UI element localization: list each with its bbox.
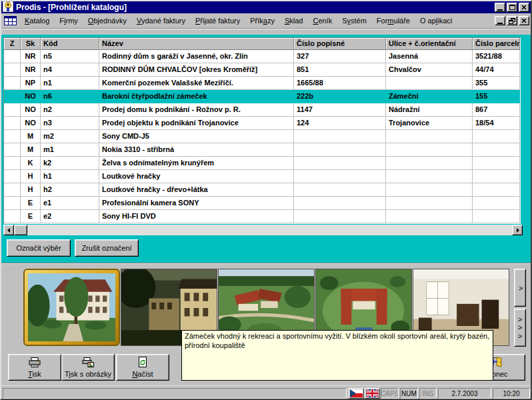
arrow-left-icon (7, 228, 11, 233)
table-row[interactable]: Hh2Loutkové hračky - dřevo+látka (4, 183, 520, 197)
table-cell (294, 170, 386, 183)
menu-item-sklad[interactable]: Sklad (281, 15, 307, 26)
table-cell (386, 77, 473, 90)
table-cell (294, 183, 386, 197)
menu-item-o-aplikaci[interactable]: O aplikaci (416, 15, 456, 26)
jump-images-button[interactable]: > > > (514, 309, 526, 347)
mark-selection-button[interactable]: Označit výběr (7, 239, 71, 257)
menu-item-system[interactable]: Systém (338, 15, 371, 26)
column-header[interactable]: Název (99, 38, 294, 50)
table-cell: NO (21, 103, 41, 117)
clear-selection-button[interactable]: Zrušit označení (75, 239, 139, 257)
table-row[interactable]: Mm2Sony CMD-J5 (4, 130, 520, 143)
print-with-images-button[interactable]: Tisk s obrázky (61, 354, 115, 381)
table-row[interactable]: Ee1Profesionální kamera SONY (4, 197, 520, 210)
column-header[interactable]: Číslo parcelní (473, 38, 520, 50)
menu-item-formulare[interactable]: Formuláře (373, 15, 414, 26)
next-image-button[interactable]: > (514, 269, 526, 307)
czech-flag-icon[interactable] (349, 388, 364, 399)
table-row[interactable]: NPn1Komerční pozemek Valašské Meziříčí.1… (4, 77, 520, 90)
horizontal-scrollbar[interactable] (3, 225, 523, 235)
table-row[interactable]: Ee2Sony HI-FI DVD (4, 210, 520, 223)
chateau-front-photo-art (28, 273, 115, 341)
scroll-right-button[interactable] (512, 225, 523, 235)
minimize-button[interactable] (495, 3, 505, 12)
mdi-restore-button[interactable] (507, 16, 517, 25)
column-header[interactable]: Sk (21, 38, 41, 50)
table-cell: h1 (41, 170, 99, 183)
table-cell (4, 103, 21, 117)
scrollbar-track[interactable] (27, 225, 512, 235)
table-cell: H (21, 170, 41, 183)
load-button[interactable]: Načíst (116, 354, 169, 381)
table-cell (4, 183, 21, 197)
table-cell: 124 (294, 117, 386, 130)
print-with-images-label: Tisk s obrázky (65, 370, 111, 378)
table-cell (294, 197, 386, 210)
menu-item-katalog[interactable]: Katalog (21, 15, 53, 26)
app-icon (3, 1, 13, 13)
scrollbar-thumb[interactable] (14, 225, 27, 235)
table-cell: Nádražní (386, 103, 473, 117)
table-cell: 851 (294, 63, 386, 77)
gallery-panel: > > > > Tisk (1, 263, 531, 385)
menu-item-vydane-faktury[interactable]: Vydané faktury (133, 15, 189, 26)
menu-item-prikazy[interactable]: Příkazy (246, 15, 279, 26)
table-row[interactable]: NOn3Prodej objektu k podnikání Trojanovi… (4, 117, 520, 130)
table-row[interactable]: NOn2Prodej domu k podnikání - Rožnov p. … (4, 103, 520, 117)
table-cell (4, 117, 21, 130)
close-icon (521, 5, 527, 10)
table-cell (4, 63, 21, 77)
scroll-left-button[interactable] (3, 225, 14, 235)
column-header[interactable]: Číslo popisné (294, 38, 386, 50)
table-cell: 355 (473, 77, 520, 90)
window-title: Prodis - [Prohlížení katalogu] (16, 3, 127, 12)
print-button[interactable]: Tisk (8, 354, 61, 381)
status-date: 2.7.2003 (438, 388, 491, 399)
load-label: Načíst (132, 370, 153, 378)
table-cell: RODINNÝ DŮM CHVALČOV [okres Kroměříž] (99, 63, 294, 77)
table-cell (473, 157, 520, 170)
table-cell: Komerční pozemek Valašské Meziříčí. (99, 77, 294, 90)
mdi-close-button[interactable] (519, 16, 529, 25)
table-row[interactable]: Hh1Loutkové hračky (4, 170, 520, 183)
table-cell: k2 (41, 157, 99, 170)
table-row[interactable]: NRn5Rodinný dům s garáží v Jasenné, okr.… (4, 50, 520, 63)
mdi-restore-icon (509, 18, 515, 24)
table-cell: n4 (41, 63, 99, 77)
table-row[interactable]: Mm1Nokia 3310 - stříbrná (4, 143, 520, 157)
ins-indicator: INS (419, 388, 437, 399)
menu-item-prijate-faktury[interactable]: Přijaté faktury (191, 15, 244, 26)
catalog-form: ZSkKódNázevČíslo popisnéUlice + č.orient… (1, 35, 531, 263)
table-cell (386, 143, 473, 157)
table-cell (4, 50, 21, 63)
uk-flag-icon[interactable] (365, 388, 380, 399)
table-cell: H (21, 183, 41, 197)
table-row[interactable]: Kk2Želva s odnímatelným krunýřem (4, 157, 520, 170)
chateau-front-photo[interactable] (23, 269, 120, 346)
column-header[interactable]: Kód (41, 38, 99, 50)
menu-item-cenik[interactable]: Ceník (309, 15, 336, 26)
num-indicator: NUM (400, 388, 418, 399)
table-cell (473, 197, 520, 210)
title-bar[interactable]: Prodis - [Prohlížení katalogu] (1, 1, 531, 13)
menu-item-firmy[interactable]: Firmy (55, 15, 82, 26)
catalog-grid-icon[interactable] (4, 16, 17, 25)
maximize-button[interactable] (507, 3, 517, 12)
table-row[interactable]: NOn6Barokní čtyřpodlažní zámeček222bZáme… (4, 90, 520, 103)
table-cell: NR (21, 50, 41, 63)
table-cell: 1665/88 (294, 77, 386, 90)
table-cell: 18/54 (473, 117, 520, 130)
table-cell: Prodej objektu k podnikání Trojanovice (99, 117, 294, 130)
print-label: Tisk (28, 370, 41, 378)
table-cell: n1 (41, 77, 99, 90)
menu-item-objednavky[interactable]: Objednávky (84, 15, 131, 26)
column-header[interactable]: Z (4, 38, 21, 50)
table-cell: m2 (41, 130, 99, 143)
table-row[interactable]: NRn4RODINNÝ DŮM CHVALČOV [okres Kroměříž… (4, 63, 520, 77)
column-header[interactable]: Ulice + č.orientační (386, 38, 473, 50)
mdi-minimize-button[interactable] (495, 16, 505, 25)
table-cell: e2 (41, 210, 99, 223)
menu-bar: KatalogFirmyObjednávkyVydané fakturyPřij… (1, 13, 531, 28)
close-button[interactable] (519, 3, 529, 12)
